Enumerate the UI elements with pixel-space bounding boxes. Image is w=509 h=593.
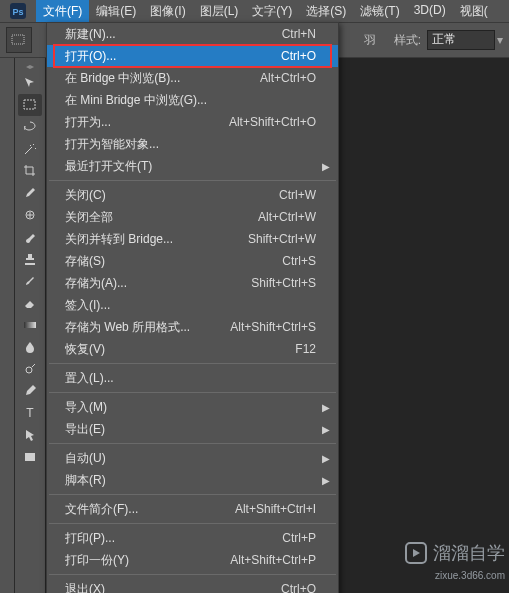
menubar-item-8[interactable]: 视图( xyxy=(453,0,495,23)
menu-separator xyxy=(49,443,336,444)
menu-item-label: 在 Mini Bridge 中浏览(G)... xyxy=(65,92,316,109)
menu-item-label: 恢复(V) xyxy=(65,341,283,358)
svg-text:T: T xyxy=(26,406,34,420)
tool-brush[interactable] xyxy=(18,226,42,248)
menubar-item-2[interactable]: 图像(I) xyxy=(143,0,192,23)
menu-separator xyxy=(49,523,336,524)
menu-item-label: 脚本(R) xyxy=(65,472,316,489)
menubar-item-3[interactable]: 图层(L) xyxy=(193,0,246,23)
menu-item-1-3[interactable]: 存储(S)Ctrl+S xyxy=(47,250,338,272)
tool-dodge[interactable] xyxy=(18,358,42,380)
menu-item-0-5[interactable]: 打开为智能对象... xyxy=(47,133,338,155)
toolbar-grip-icon[interactable]: ◂▸ xyxy=(17,62,43,70)
menu-item-1-2[interactable]: 关闭并转到 Bridge...Shift+Ctrl+W xyxy=(47,228,338,250)
file-menu-dropdown: 新建(N)...Ctrl+N打开(O)...Ctrl+O在 Bridge 中浏览… xyxy=(46,22,339,593)
menu-item-3-1[interactable]: 导出(E)▶ xyxy=(47,418,338,440)
tool-pen[interactable] xyxy=(18,380,42,402)
menu-item-label: 打印(P)... xyxy=(65,530,270,547)
tool-history[interactable] xyxy=(18,270,42,292)
menu-item-label: 打开为智能对象... xyxy=(65,136,316,153)
menu-item-6-1[interactable]: 打印一份(Y)Alt+Shift+Ctrl+P xyxy=(47,549,338,571)
menu-item-1-1[interactable]: 关闭全部Alt+Ctrl+W xyxy=(47,206,338,228)
svg-marker-9 xyxy=(413,549,420,557)
menubar-item-0[interactable]: 文件(F) xyxy=(36,0,89,23)
menu-item-0-4[interactable]: 打开为...Alt+Shift+Ctrl+O xyxy=(47,111,338,133)
menu-item-label: 存储为 Web 所用格式... xyxy=(65,319,218,336)
menu-item-shortcut: Ctrl+S xyxy=(282,254,316,268)
tool-eyedropper[interactable] xyxy=(18,182,42,204)
style-select-value: 正常 xyxy=(432,32,456,46)
menu-item-shortcut: Alt+Ctrl+O xyxy=(260,71,316,85)
menu-item-label: 退出(X) xyxy=(65,581,269,594)
submenu-arrow-icon: ▶ xyxy=(322,453,330,464)
tool-stamp[interactable] xyxy=(18,248,42,270)
style-select[interactable]: 正常 xyxy=(427,30,495,50)
tool-eraser[interactable] xyxy=(18,292,42,314)
menu-item-shortcut: Alt+Shift+Ctrl+I xyxy=(235,502,316,516)
tool-healing[interactable] xyxy=(18,204,42,226)
menu-item-0-1[interactable]: 打开(O)...Ctrl+O xyxy=(47,45,338,67)
menubar-item-1[interactable]: 编辑(E) xyxy=(89,0,143,23)
menubar-item-7[interactable]: 3D(D) xyxy=(407,0,453,23)
tool-wand[interactable] xyxy=(18,138,42,160)
menu-item-5-0[interactable]: 文件简介(F)...Alt+Shift+Ctrl+I xyxy=(47,498,338,520)
submenu-arrow-icon: ▶ xyxy=(322,475,330,486)
menu-item-shortcut: Ctrl+W xyxy=(279,188,316,202)
menu-item-0-3[interactable]: 在 Mini Bridge 中浏览(G)... xyxy=(47,89,338,111)
menu-item-0-0[interactable]: 新建(N)...Ctrl+N xyxy=(47,23,338,45)
watermark-url: zixue.3d66.com xyxy=(435,570,505,581)
menu-item-label: 导出(E) xyxy=(65,421,316,438)
menu-item-2-0[interactable]: 置入(L)... xyxy=(47,367,338,389)
menu-item-1-5[interactable]: 签入(I)... xyxy=(47,294,338,316)
menu-item-shortcut: Alt+Shift+Ctrl+O xyxy=(229,115,316,129)
tool-crop[interactable] xyxy=(18,160,42,182)
menu-item-4-0[interactable]: 自动(U)▶ xyxy=(47,447,338,469)
menu-separator xyxy=(49,363,336,364)
menubar-item-5[interactable]: 选择(S) xyxy=(299,0,353,23)
menu-item-0-6[interactable]: 最近打开文件(T)▶ xyxy=(47,155,338,177)
tool-move[interactable] xyxy=(18,72,42,94)
panel-edge xyxy=(0,58,15,593)
menu-item-label: 置入(L)... xyxy=(65,370,316,387)
tool-marquee[interactable] xyxy=(18,94,42,116)
menu-item-1-4[interactable]: 存储为(A)...Shift+Ctrl+S xyxy=(47,272,338,294)
tool-preset-icon[interactable] xyxy=(6,27,32,53)
menu-item-label: 最近打开文件(T) xyxy=(65,158,316,175)
menu-item-label: 自动(U) xyxy=(65,450,316,467)
menu-item-7-0[interactable]: 退出(X)Ctrl+Q xyxy=(47,578,338,593)
toolbar: ◂▸ T xyxy=(15,58,45,593)
chevron-down-icon: ▾ xyxy=(497,33,503,47)
menu-item-1-6[interactable]: 存储为 Web 所用格式...Alt+Shift+Ctrl+S xyxy=(47,316,338,338)
tool-rectangle[interactable] xyxy=(18,446,42,468)
menu-item-3-0[interactable]: 导入(M)▶ xyxy=(47,396,338,418)
tool-gradient[interactable] xyxy=(18,314,42,336)
menubar: Ps 文件(F)编辑(E)图像(I)图层(L)文字(Y)选择(S)滤镜(T)3D… xyxy=(0,0,509,22)
menu-item-label: 打开(O)... xyxy=(65,48,269,65)
tool-type[interactable]: T xyxy=(18,402,42,424)
menu-separator xyxy=(49,574,336,575)
menu-item-6-0[interactable]: 打印(P)...Ctrl+P xyxy=(47,527,338,549)
tool-path-select[interactable] xyxy=(18,424,42,446)
menu-item-label: 在 Bridge 中浏览(B)... xyxy=(65,70,248,87)
menubar-item-6[interactable]: 滤镜(T) xyxy=(353,0,406,23)
menu-item-label: 关闭(C) xyxy=(65,187,267,204)
watermark-logo-icon xyxy=(405,542,427,564)
menu-item-label: 打印一份(Y) xyxy=(65,552,218,569)
menu-item-shortcut: Shift+Ctrl+W xyxy=(248,232,316,246)
watermark-brand: 溜溜自学 xyxy=(433,541,505,565)
menu-item-shortcut: F12 xyxy=(295,342,316,356)
svg-rect-5 xyxy=(24,322,36,328)
menubar-item-4[interactable]: 文字(Y) xyxy=(245,0,299,23)
menu-item-label: 文件简介(F)... xyxy=(65,501,223,518)
menu-item-1-0[interactable]: 关闭(C)Ctrl+W xyxy=(47,184,338,206)
menu-item-label: 导入(M) xyxy=(65,399,316,416)
svg-point-6 xyxy=(26,367,32,373)
style-label: 样式: xyxy=(394,32,421,49)
submenu-arrow-icon: ▶ xyxy=(322,424,330,435)
tool-lasso[interactable] xyxy=(18,116,42,138)
menu-item-0-2[interactable]: 在 Bridge 中浏览(B)...Alt+Ctrl+O xyxy=(47,67,338,89)
menu-item-1-7[interactable]: 恢复(V)F12 xyxy=(47,338,338,360)
menu-item-shortcut: Ctrl+N xyxy=(282,27,316,41)
tool-blur[interactable] xyxy=(18,336,42,358)
menu-item-4-1[interactable]: 脚本(R)▶ xyxy=(47,469,338,491)
